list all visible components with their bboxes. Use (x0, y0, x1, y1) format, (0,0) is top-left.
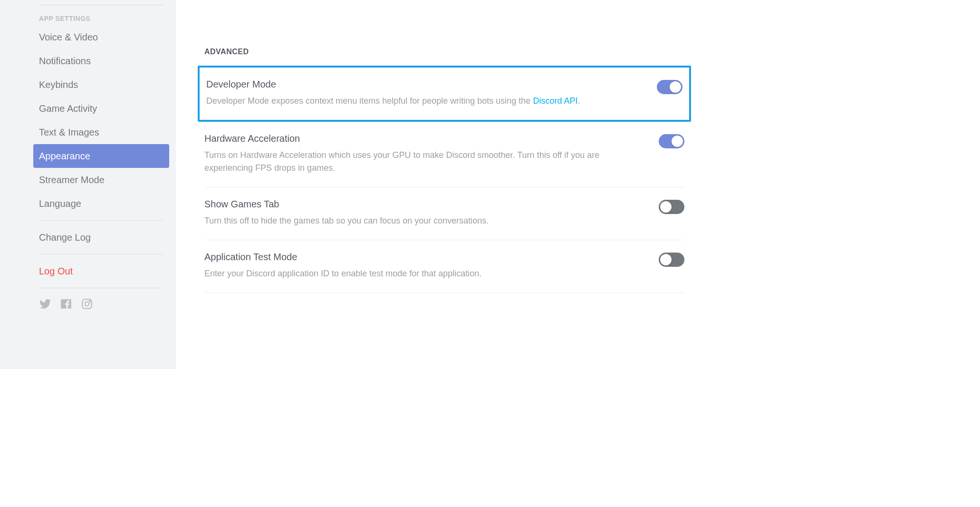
sidebar-item-change-log[interactable]: Change Log (33, 225, 169, 249)
svg-point-2 (89, 301, 90, 302)
setting-text: Developer Mode Developer Mode exposes co… (206, 79, 580, 107)
setting-title: Developer Mode (206, 79, 580, 90)
social-links-row (33, 293, 169, 315)
sidebar-divider (39, 254, 163, 254)
sidebar-item-text-images[interactable]: Text & Images (33, 120, 169, 144)
toggle-application-test-mode[interactable] (659, 253, 684, 267)
sidebar-item-appearance[interactable]: Appearance (33, 144, 169, 168)
setting-row: Hardware Acceleration Turns on Hardware … (204, 133, 684, 175)
instagram-icon[interactable] (81, 298, 93, 310)
sidebar-item-log-out[interactable]: Log Out (33, 259, 169, 283)
sidebar-item-voice-video[interactable]: Voice & Video (33, 25, 169, 49)
setting-row: Developer Mode Developer Mode exposes co… (206, 79, 682, 107)
setting-text: Hardware Acceleration Turns on Hardware … (204, 133, 642, 175)
toggle-hardware-acceleration[interactable] (659, 134, 684, 148)
toggle-developer-mode[interactable] (657, 80, 682, 94)
setting-description: Developer Mode exposes context menu item… (206, 95, 580, 107)
twitter-icon[interactable] (39, 298, 51, 310)
setting-hardware-acceleration: Hardware Acceleration Turns on Hardware … (204, 122, 684, 187)
toggle-knob (660, 254, 672, 265)
toggle-show-games-tab[interactable] (659, 200, 684, 214)
toggle-knob (672, 136, 683, 147)
sidebar-divider (39, 220, 163, 221)
toggle-knob (660, 201, 672, 213)
setting-show-games-tab: Show Games Tab Turn this off to hide the… (204, 187, 684, 240)
section-header-advanced: ADVANCED (204, 48, 684, 56)
setting-title: Show Games Tab (204, 199, 489, 210)
setting-description: Turn this off to hide the games tab so y… (204, 214, 489, 227)
discord-api-link[interactable]: Discord API (533, 96, 577, 106)
sidebar-item-streamer-mode[interactable]: Streamer Mode (33, 168, 169, 192)
setting-desc-prefix: Developer Mode exposes context menu item… (206, 96, 533, 106)
facebook-icon[interactable] (60, 298, 72, 310)
setting-text: Show Games Tab Turn this off to hide the… (204, 199, 489, 227)
sidebar-item-notifications[interactable]: Notifications (33, 49, 169, 73)
setting-title: Hardware Acceleration (204, 133, 642, 144)
setting-text: Application Test Mode Enter your Discord… (204, 252, 481, 280)
svg-point-1 (85, 302, 89, 306)
setting-row: Show Games Tab Turn this off to hide the… (204, 199, 684, 227)
sidebar-divider (39, 5, 163, 5)
sidebar-section-header: APP SETTINGS (33, 10, 169, 25)
setting-application-test-mode: Application Test Mode Enter your Discord… (204, 240, 684, 293)
sidebar-item-language[interactable]: Language (33, 192, 169, 215)
setting-row: Application Test Mode Enter your Discord… (204, 252, 684, 280)
sidebar-item-game-activity[interactable]: Game Activity (33, 97, 169, 120)
setting-developer-mode: Developer Mode Developer Mode exposes co… (198, 66, 691, 122)
app-root: APP SETTINGS Voice & Video Notifications… (0, 0, 713, 369)
setting-description: Turns on Hardware Acceleration which use… (204, 149, 642, 175)
sidebar-item-keybinds[interactable]: Keybinds (33, 73, 169, 97)
settings-sidebar: APP SETTINGS Voice & Video Notifications… (0, 0, 176, 369)
setting-desc-suffix: . (577, 96, 580, 106)
toggle-knob (670, 81, 681, 93)
setting-description: Enter your Discord application ID to ena… (204, 267, 481, 280)
setting-title: Application Test Mode (204, 252, 481, 263)
sidebar-divider (39, 288, 163, 288)
settings-content: ADVANCED Developer Mode Developer Mode e… (176, 0, 713, 369)
